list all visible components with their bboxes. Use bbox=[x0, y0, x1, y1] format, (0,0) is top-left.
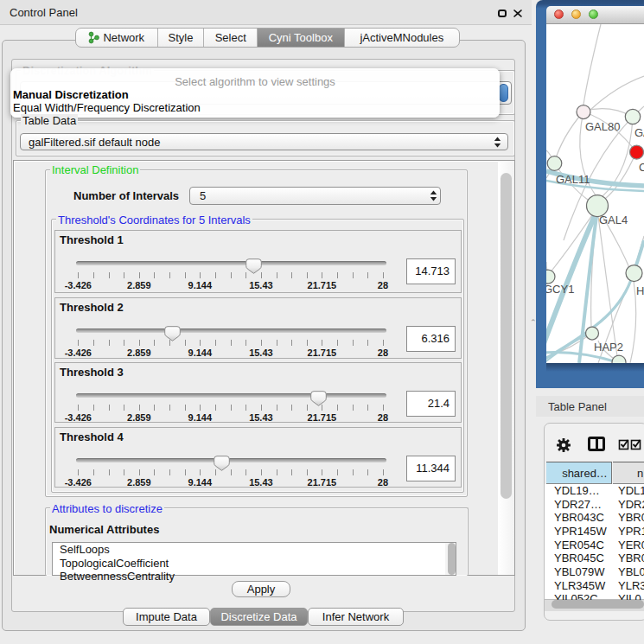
svg-text:GAL80: GAL80 bbox=[585, 120, 620, 133]
svg-text:GA: GA bbox=[634, 126, 644, 139]
svg-text:GAL4: GAL4 bbox=[599, 214, 628, 226]
svg-text:GAL11: GAL11 bbox=[556, 173, 590, 186]
svg-text:HAP2: HAP2 bbox=[594, 341, 623, 354]
svg-text:GCY1: GCY1 bbox=[546, 283, 574, 296]
svg-text:H: H bbox=[636, 284, 644, 297]
svg-text:C: C bbox=[639, 161, 644, 174]
